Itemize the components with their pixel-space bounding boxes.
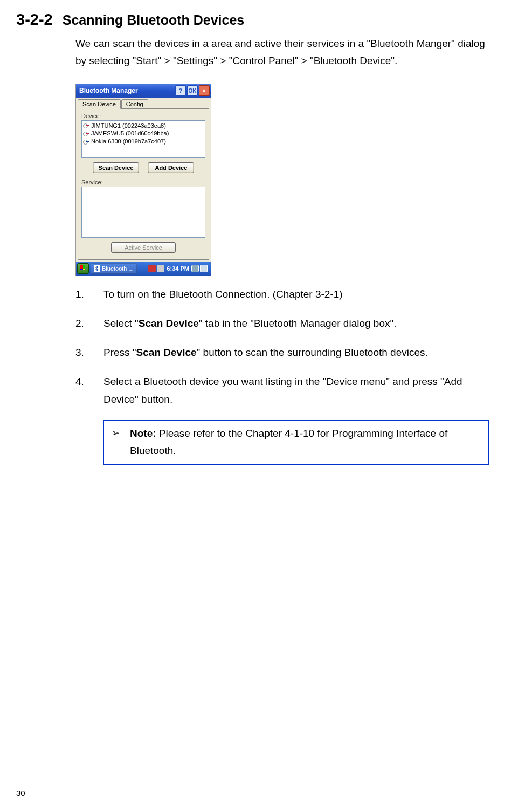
ok-button[interactable]: OK	[187, 85, 198, 96]
step-item: 2. Select "Scan Device" tab in the "Blue…	[75, 315, 489, 332]
step-item: 3. Press "Scan Device" button to scan th…	[75, 344, 489, 361]
bluetooth-icon	[94, 265, 100, 272]
service-listbox[interactable]	[81, 187, 205, 238]
device-item-text: JIMTUNG1 (002243a03ea8)	[91, 122, 166, 130]
step-item: 4. Select a Bluetooth device you want li…	[75, 373, 489, 408]
service-label: Service:	[81, 179, 205, 185]
tab-scan-device[interactable]: Scan Device	[78, 99, 121, 109]
section-number: 3-2-2	[16, 11, 53, 29]
system-tray: 6:34 PM	[142, 262, 210, 276]
bluetooth-manager-screenshot: Bluetooth Manager ? OK × Scan Device Con…	[75, 84, 211, 276]
note-box: ➢ Note: Please refer to the Chapter 4-1-…	[103, 420, 489, 465]
scan-device-button[interactable]: Scan Device	[93, 162, 140, 173]
step-item: 1. To turn on the Bluetooth Connection. …	[75, 286, 489, 303]
step-text: Select "Scan Device" tab in the "Bluetoo…	[103, 315, 489, 332]
page-number: 30	[16, 788, 25, 798]
device-item-text: JAMESWU5 (001d60c49bba)	[91, 129, 169, 138]
step-number: 2.	[75, 315, 103, 332]
step-number: 3.	[75, 344, 103, 361]
device-item-text: Nokia 6300 (0019b7a7c407)	[91, 138, 166, 146]
step-number: 4.	[75, 373, 103, 408]
device-phone-icon	[83, 139, 89, 145]
tray-icon[interactable]	[148, 265, 156, 272]
step-text: Select a Bluetooth device you want listi…	[103, 373, 489, 408]
device-list-item[interactable]: Nokia 6300 (0019b7a7c407)	[83, 138, 204, 146]
window-titlebar: Bluetooth Manager ? OK ×	[76, 84, 211, 98]
intro-paragraph: We can scan the devices in a area and ac…	[75, 35, 489, 70]
device-label: Device:	[81, 113, 205, 119]
help-button[interactable]: ?	[175, 85, 186, 96]
tray-clock: 6:34 PM	[167, 265, 189, 272]
device-pc-icon	[83, 131, 89, 136]
windows-flag-icon	[80, 265, 86, 272]
tray-separator	[146, 264, 146, 273]
close-button[interactable]: ×	[199, 85, 210, 96]
note-bullet-icon: ➢	[112, 425, 130, 460]
tray-keyboard-icon[interactable]	[200, 265, 208, 272]
device-list-item[interactable]: JIMTUNG1 (002243a03ea8)	[83, 122, 204, 130]
tray-icon[interactable]	[157, 265, 164, 272]
step-number: 1.	[75, 286, 103, 303]
taskbar-item-bluetooth[interactable]: Bluetooth ...	[91, 263, 137, 274]
tab-config[interactable]: Config	[121, 99, 148, 109]
active-service-button[interactable]: Active Service	[111, 242, 176, 253]
device-list-item[interactable]: JAMESWU5 (001d60c49bba)	[83, 129, 204, 138]
tray-balloon-icon[interactable]	[191, 265, 199, 272]
add-device-button[interactable]: Add Device	[148, 162, 194, 173]
device-listbox[interactable]: JIMTUNG1 (002243a03ea8) JAMESWU5 (001d60…	[81, 120, 205, 158]
step-text: To turn on the Bluetooth Connection. (Ch…	[103, 286, 489, 303]
section-title: Scanning Bluetooth Devices	[63, 12, 245, 28]
window-title: Bluetooth Manager	[79, 87, 174, 94]
taskbar: Bluetooth ... 6:34 PM	[76, 262, 211, 276]
taskbar-item-label: Bluetooth ...	[102, 265, 134, 272]
step-text: Press "Scan Device" button to scan the s…	[103, 344, 489, 361]
note-text: Note: Please refer to the Chapter 4-1-10…	[130, 425, 481, 460]
start-button[interactable]	[77, 263, 89, 274]
device-pc-icon	[83, 123, 89, 128]
